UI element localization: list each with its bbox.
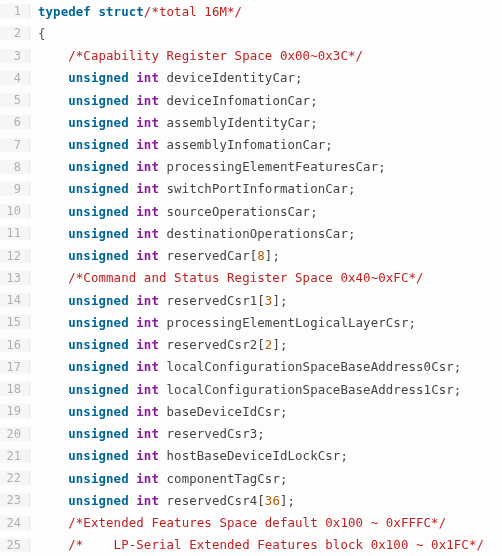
code-line: 22 unsigned int componentTagCsr; xyxy=(0,467,502,489)
code-content: unsigned int destinationOperationsCar; xyxy=(30,226,356,241)
code-line: 9 unsigned int switchPortInformationCar; xyxy=(0,178,502,200)
token-pkw: int xyxy=(136,337,159,352)
token-kw: unsigned xyxy=(68,137,128,152)
code-content: unsigned int hostBaseDeviceIdLockCsr; xyxy=(30,448,348,463)
token-id: baseDeviceIdCsr; xyxy=(159,404,288,419)
code-content: unsigned int assemblyIdentityCar; xyxy=(30,115,318,130)
line-number: 19 xyxy=(0,404,30,418)
code-content: unsigned int reservedCar[8]; xyxy=(30,248,280,263)
token-pkw: int xyxy=(136,181,159,196)
token-pkw: int xyxy=(136,404,159,419)
token-id: localConfigurationSpaceBaseAddress0Csr; xyxy=(159,359,461,374)
token-id: reservedCsr1[ xyxy=(159,293,265,308)
code-content: unsigned int sourceOperationsCar; xyxy=(30,204,318,219)
token-pkw: int xyxy=(136,226,159,241)
token-pkw: int xyxy=(136,204,159,219)
code-content: /* LP-Serial Extended Features block 0x1… xyxy=(30,537,484,552)
code-line: 2{ xyxy=(0,22,502,44)
code-content: unsigned int componentTagCsr; xyxy=(30,471,288,486)
code-line: 10 unsigned int sourceOperationsCar; xyxy=(0,200,502,222)
token-cmt: /*Command and Status Register Space 0x40… xyxy=(68,270,423,285)
line-number: 25 xyxy=(0,538,30,552)
line-number: 1 xyxy=(0,4,30,18)
token-kw: unsigned xyxy=(68,337,128,352)
token-id: processingElementLogicalLayerCsr; xyxy=(159,315,416,330)
code-content: /*Command and Status Register Space 0x40… xyxy=(30,270,424,285)
code-content: { xyxy=(30,26,46,41)
code-line: 20 unsigned int reservedCsr3; xyxy=(0,422,502,444)
line-number: 3 xyxy=(0,49,30,63)
token-kw: unsigned xyxy=(68,493,128,508)
token-pkw: int xyxy=(136,426,159,441)
code-line: 8 unsigned int processingElementFeatures… xyxy=(0,156,502,178)
token-kw: unsigned xyxy=(68,226,128,241)
token-kw: unsigned xyxy=(68,70,128,85)
code-content: /*Extended Features Space default 0x100 … xyxy=(30,515,446,530)
token-kw: unsigned xyxy=(68,293,128,308)
line-number: 18 xyxy=(0,382,30,396)
code-line: 17 unsigned int localConfigurationSpaceB… xyxy=(0,356,502,378)
line-number: 20 xyxy=(0,427,30,441)
token-kw: unsigned xyxy=(68,315,128,330)
token-kw: unsigned xyxy=(68,426,128,441)
token-pkw: int xyxy=(136,70,159,85)
token-num: 36 xyxy=(265,493,280,508)
code-line: 16 unsigned int reservedCsr2[2]; xyxy=(0,334,502,356)
token-id: ]; xyxy=(272,293,287,308)
code-content: /*Capability Register Space 0x00~0x3C*/ xyxy=(30,48,363,63)
code-line: 24 /*Extended Features Space default 0x1… xyxy=(0,511,502,533)
token-punc: { xyxy=(38,26,46,41)
code-line: 1typedef struct/*total 16M*/ xyxy=(0,0,502,22)
token-id: reservedCsr2[ xyxy=(159,337,265,352)
token-id: assemblyInfomationCar; xyxy=(159,137,333,152)
code-content: unsigned int deviceIdentityCar; xyxy=(30,70,303,85)
code-content: unsigned int switchPortInformationCar; xyxy=(30,181,356,196)
code-content: unsigned int reservedCsr1[3]; xyxy=(30,293,288,308)
code-line: 12 unsigned int reservedCar[8]; xyxy=(0,245,502,267)
code-content: unsigned int processingElementLogicalLay… xyxy=(30,315,416,330)
token-id: ]; xyxy=(272,337,287,352)
code-content: unsigned int processingElementFeaturesCa… xyxy=(30,159,386,174)
token-kw: unsigned xyxy=(68,359,128,374)
token-pkw: int xyxy=(136,137,159,152)
token-kw: unsigned xyxy=(68,448,128,463)
line-number: 10 xyxy=(0,204,30,218)
line-number: 8 xyxy=(0,160,30,174)
code-content: unsigned int deviceInfomationCar; xyxy=(30,93,318,108)
token-id: ]; xyxy=(265,248,280,263)
code-content: unsigned int baseDeviceIdCsr; xyxy=(30,404,288,419)
token-id: assemblyIdentityCar; xyxy=(159,115,318,130)
line-number: 6 xyxy=(0,115,30,129)
token-kw: unsigned xyxy=(68,181,128,196)
token-kw: unsigned xyxy=(68,382,128,397)
line-number: 23 xyxy=(0,493,30,507)
token-pkw: int xyxy=(136,359,159,374)
token-kw: unsigned xyxy=(68,204,128,219)
token-id: switchPortInformationCar; xyxy=(159,181,356,196)
line-number: 11 xyxy=(0,226,30,240)
code-line: 13 /*Command and Status Register Space 0… xyxy=(0,267,502,289)
token-id: localConfigurationSpaceBaseAddress1Csr; xyxy=(159,382,461,397)
token-pkw: int xyxy=(136,448,159,463)
code-line: 25 /* LP-Serial Extended Features block … xyxy=(0,534,502,556)
line-number: 24 xyxy=(0,516,30,530)
token-cmt: /*Extended Features Space default 0x100 … xyxy=(68,515,446,530)
code-content: unsigned int localConfigurationSpaceBase… xyxy=(30,359,461,374)
token-pkw: int xyxy=(136,248,159,263)
line-number: 12 xyxy=(0,249,30,263)
line-number: 7 xyxy=(0,138,30,152)
token-kw: unsigned xyxy=(68,115,128,130)
line-number: 5 xyxy=(0,93,30,107)
token-id: reservedCsr4[ xyxy=(159,493,265,508)
token-kw: unsigned xyxy=(68,159,128,174)
line-number: 4 xyxy=(0,71,30,85)
token-cmt: /*Capability Register Space 0x00~0x3C*/ xyxy=(68,48,363,63)
code-content: unsigned int reservedCsr3; xyxy=(30,426,265,441)
line-number: 22 xyxy=(0,471,30,485)
token-id: ]; xyxy=(280,493,295,508)
code-line: 14 unsigned int reservedCsr1[3]; xyxy=(0,289,502,311)
token-pkw: int xyxy=(136,382,159,397)
code-content: unsigned int assemblyInfomationCar; xyxy=(30,137,333,152)
token-pkw: int xyxy=(136,159,159,174)
code-content: unsigned int reservedCsr4[36]; xyxy=(30,493,295,508)
